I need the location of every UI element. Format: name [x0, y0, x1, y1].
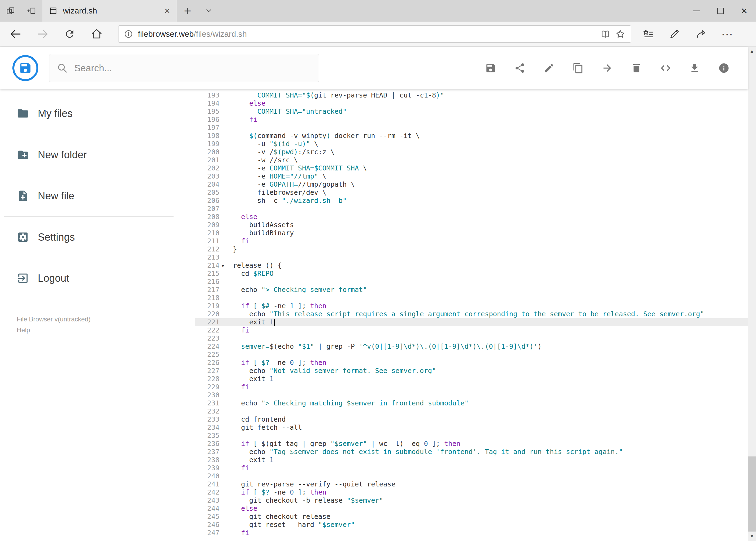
code-line[interactable]: 220 echo "This release script requires a…	[195, 310, 748, 318]
close-window-button[interactable]: ✕	[732, 0, 756, 22]
web-notes-button[interactable]	[661, 22, 688, 47]
scrollbar-thumb[interactable]	[748, 456, 756, 532]
code-line[interactable]: 219 if [ $# -ne 1 ]; then	[195, 302, 748, 310]
code-line[interactable]: 204 -e GOPATH=//tmp/gopath \	[195, 181, 748, 189]
code-line[interactable]: 247 fi	[195, 529, 748, 537]
code-line[interactable]: 205 filebrowser/dev \	[195, 189, 748, 197]
code-line[interactable]: 236 if [ $(git tag | grep "$semver" | wc…	[195, 440, 748, 448]
search-input[interactable]	[74, 63, 311, 74]
code-line[interactable]: 198 $(command -v winpty) docker run --rm…	[195, 132, 748, 140]
code-line[interactable]: 244 else	[195, 505, 748, 513]
minimize-button[interactable]	[685, 0, 708, 22]
scroll-down-arrow[interactable]: ▼	[748, 532, 756, 541]
scroll-up-arrow[interactable]: ▲	[748, 47, 756, 56]
help-link[interactable]: Help	[17, 325, 195, 335]
code-line[interactable]: 217 echo "> Checking semver format"	[195, 286, 748, 294]
sidebar-item-new-folder[interactable]: New folder	[0, 134, 195, 175]
code-line[interactable]: 206 sh -c "./wizard.sh -b"	[195, 197, 748, 205]
code-line[interactable]: 201 -w //src \	[195, 156, 748, 164]
code-line[interactable]: 233 cd frontend	[195, 415, 748, 423]
code-line[interactable]: 239 fi	[195, 464, 748, 472]
code-line[interactable]: 200 -v /$(pwd):/src:z \	[195, 148, 748, 156]
scrollbar[interactable]: ▲ ▼	[748, 47, 756, 541]
code-line[interactable]: 245 git checkout release	[195, 513, 748, 521]
code-line[interactable]: 218	[195, 294, 748, 302]
filebrowser-logo[interactable]	[12, 55, 38, 81]
forward-button[interactable]	[29, 22, 56, 47]
maximize-button[interactable]	[708, 0, 732, 22]
fold-marker-icon[interactable]: ▾	[219, 262, 233, 270]
url-text[interactable]: filebrowser.web/files/wizard.sh	[138, 29, 596, 39]
set-tabs-aside-button[interactable]	[21, 0, 42, 22]
code-line[interactable]: 194 else	[195, 99, 748, 108]
source-button[interactable]	[654, 57, 677, 79]
add-favorite-star-button[interactable]	[615, 29, 626, 39]
rename-button[interactable]	[538, 57, 560, 79]
code-line[interactable]: 223	[195, 334, 748, 342]
code-line[interactable]: 208 else	[195, 213, 748, 221]
code-line[interactable]: 214▾release () {	[195, 262, 748, 270]
code-editor[interactable]: 193 COMMIT_SHA="$(git rev-parse HEAD | c…	[195, 89, 748, 541]
code-line[interactable]: 242 if [ $? -ne 0 ]; then	[195, 488, 748, 496]
code-line[interactable]: 246 git reset --hard "$semver"	[195, 521, 748, 529]
tab-preview-toggle[interactable]	[198, 0, 219, 22]
code-line[interactable]: 196 fi	[195, 116, 748, 124]
code-line[interactable]: 237 echo "Tag $semver does not exist in …	[195, 448, 748, 456]
code-line[interactable]: 203 -e HOME="//tmp" \	[195, 172, 748, 181]
code-line[interactable]: 207	[195, 205, 748, 213]
reading-view-button[interactable]	[601, 29, 610, 39]
code-line[interactable]: 209 buildAssets	[195, 221, 748, 229]
back-button[interactable]	[2, 22, 29, 47]
code-line[interactable]: 212}	[195, 245, 748, 254]
code-line[interactable]: 216	[195, 277, 748, 286]
sidebar-item-my-files[interactable]: My files	[0, 93, 195, 134]
search-box[interactable]	[49, 54, 319, 82]
code-line[interactable]: 243 git checkout -b release "$semver"	[195, 496, 748, 505]
code-line[interactable]: 213	[195, 254, 748, 262]
delete-button[interactable]	[626, 57, 647, 79]
code-line[interactable]: 241 git rev-parse --verify --quiet relea…	[195, 480, 748, 488]
code-line[interactable]: 235	[195, 432, 748, 440]
code-line[interactable]: 227 echo "Not valid semver format. See s…	[195, 367, 748, 375]
code-line[interactable]: 232	[195, 407, 748, 415]
download-button[interactable]	[684, 57, 706, 79]
site-info-icon[interactable]	[124, 29, 133, 39]
share-button-browser[interactable]	[688, 22, 714, 47]
refresh-button[interactable]	[56, 22, 83, 47]
more-options-button[interactable]: ⋯	[714, 22, 741, 47]
home-button[interactable]	[83, 22, 110, 47]
browser-tab-active[interactable]: wizard.sh ✕	[42, 0, 177, 22]
code-line[interactable]: 215 cd $REPO	[195, 270, 748, 277]
code-line[interactable]: 229 fi	[195, 383, 748, 391]
tabs-set-aside-list-button[interactable]	[0, 0, 21, 22]
code-line[interactable]: 231 echo "> Checking matching $semver in…	[195, 399, 748, 407]
code-line[interactable]: 197	[195, 124, 748, 132]
code-line[interactable]: 195 COMMIT_SHA="untracked"	[195, 108, 748, 116]
code-line[interactable]: 202 -e COMMIT_SHA=$COMMIT_SHA \	[195, 164, 748, 172]
code-line[interactable]: 228 exit 1	[195, 375, 748, 383]
code-line[interactable]: 199 -u "$(id -u)" \	[195, 140, 748, 148]
move-button[interactable]	[596, 57, 619, 79]
info-button[interactable]	[713, 57, 735, 79]
code-line[interactable]: 224 semver=$(echo "$1" | grep -P '^v(0|[…	[195, 342, 748, 350]
sidebar-item-new-file[interactable]: New file	[0, 175, 195, 216]
copy-button[interactable]	[567, 57, 589, 79]
code-line[interactable]: 221 exit 1	[195, 318, 748, 326]
address-bar[interactable]: filebrowser.web/files/wizard.sh	[118, 25, 631, 43]
sidebar-item-logout[interactable]: Logout	[0, 258, 195, 299]
code-line[interactable]: 225	[195, 350, 748, 359]
save-button[interactable]	[480, 57, 502, 79]
hub-favorites-button[interactable]	[635, 22, 661, 47]
code-line[interactable]: 193 COMMIT_SHA="$(git rev-parse HEAD | c…	[195, 91, 748, 99]
code-line[interactable]: 238 exit 1	[195, 456, 748, 464]
code-line[interactable]: 240	[195, 472, 748, 480]
code-line[interactable]: 230	[195, 391, 748, 399]
code-line[interactable]: 222 fi	[195, 326, 748, 334]
new-tab-button[interactable]: +	[177, 0, 198, 22]
tab-close-icon[interactable]: ✕	[164, 6, 170, 15]
code-line[interactable]: 211 fi	[195, 237, 748, 245]
sidebar-item-settings[interactable]: Settings	[0, 217, 195, 258]
share-button[interactable]	[509, 57, 531, 79]
code-line[interactable]: 226 if [ $? -ne 0 ]; then	[195, 359, 748, 367]
code-line[interactable]: 234 git fetch --all	[195, 423, 748, 432]
